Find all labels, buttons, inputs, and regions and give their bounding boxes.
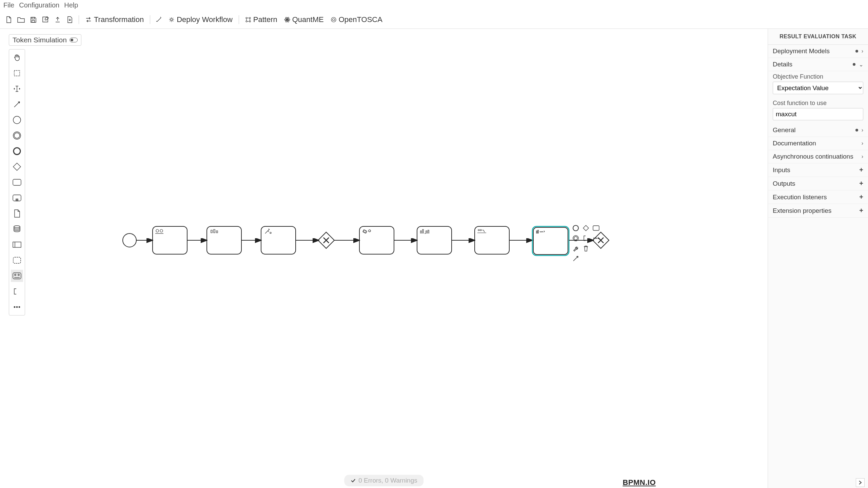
append-gateway[interactable] [582,224,590,232]
opentosca-label: OpenTOSCA [339,15,382,24]
svg-point-24 [15,274,16,276]
plus-icon[interactable]: + [859,180,863,187]
append-annotation[interactable] [582,234,590,242]
toggle-icon [70,38,78,42]
participant-tool[interactable] [11,239,23,251]
connect-arrow[interactable] [572,255,580,263]
space-tool[interactable] [11,83,23,95]
svg-point-51 [594,238,595,239]
opentosca-button[interactable]: OpenTOSCA [327,15,386,24]
pattern-button[interactable]: Pattern [242,15,281,24]
task-6[interactable] [475,226,509,254]
svg-point-3 [246,17,247,19]
task-1[interactable] [153,226,187,254]
separator [150,15,150,24]
collapse-panel-button[interactable] [856,478,865,487]
plus-icon[interactable]: + [859,207,863,215]
transformation-label: Transformation [94,15,144,24]
gateway-1[interactable] [318,232,334,248]
svg-rect-0 [32,17,35,19]
brand-link[interactable]: BPMN.IO [623,478,656,487]
plus-icon[interactable]: + [859,193,863,201]
new-file-icon[interactable] [3,14,15,26]
end-event-tool[interactable] [11,145,23,157]
save-icon[interactable] [27,14,39,26]
section-general[interactable]: General › [768,124,868,137]
start-event[interactable] [123,233,136,247]
subprocess-tool[interactable] [11,192,23,204]
section-execution-listeners[interactable]: Execution listeners + [768,190,868,204]
pattern-label: Pattern [253,15,277,24]
lasso-tool[interactable] [11,67,23,79]
chevron-right-icon: › [862,154,863,160]
workspace: Token Simulation [0,29,868,488]
svg-point-53 [598,238,599,239]
svg-point-11 [331,17,336,22]
svg-point-39 [369,230,371,232]
canvas[interactable]: Token Simulation [0,29,768,488]
hand-tool[interactable] [11,52,23,64]
quantme-task-tool[interactable] [11,270,23,282]
intermediate-event-tool[interactable] [11,129,23,142]
cost-function-input[interactable] [773,108,863,120]
start-event-tool[interactable] [11,114,23,126]
gear-icon [169,17,175,23]
svg-point-38 [363,229,367,233]
section-details[interactable]: Details ⌄ [768,58,868,71]
group-tool[interactable] [11,254,23,266]
more-tools[interactable] [11,301,23,313]
data-object-tool[interactable] [11,207,23,220]
change-type-wrench[interactable] [572,244,580,252]
task-5[interactable] [417,226,452,254]
deploy-label: Deploy Workflow [177,15,233,24]
cost-function-label: Cost function to use [768,98,868,107]
separator [79,15,79,24]
connect-tool[interactable] [11,98,23,110]
section-outputs[interactable]: Outputs + [768,177,868,190]
section-extension-properties[interactable]: Extension properties + [768,204,868,218]
delete-trash[interactable] [582,244,590,252]
save-as-icon[interactable] [39,14,52,26]
svg-point-16 [14,148,20,155]
plus-icon[interactable]: + [859,166,863,174]
task-2[interactable] [207,226,241,254]
svg-point-30 [156,229,159,232]
append-intermediate-event[interactable] [572,234,580,242]
data-store-tool[interactable] [11,223,23,235]
svg-point-20 [14,226,20,228]
task-tool[interactable] [11,176,23,188]
transformation-button[interactable]: Transformation [82,15,147,24]
menu-help[interactable]: Help [64,1,78,9]
export-file-icon[interactable] [64,14,76,26]
token-simulation-toggle[interactable]: Token Simulation [9,34,81,46]
quantme-button[interactable]: QuantME [281,15,327,24]
objective-function-select[interactable]: Expectation Value [773,82,863,94]
section-deployment-models[interactable]: Deployment Models › [768,45,868,58]
svg-rect-1 [32,20,35,22]
atom-icon [284,17,290,23]
magic-wand-icon[interactable] [153,14,165,26]
menu-file[interactable]: File [3,1,14,9]
status-pill[interactable]: 0 Errors, 0 Warnings [344,475,423,486]
section-label: Outputs [773,180,795,187]
context-more[interactable] [592,234,600,242]
append-task[interactable] [592,224,600,232]
open-folder-icon[interactable] [15,14,27,26]
svg-point-5 [246,21,247,22]
upload-icon[interactable] [52,14,64,26]
deploy-workflow-button[interactable]: Deploy Workflow [165,15,236,24]
text-annotation-tool[interactable] [11,285,23,298]
append-end-event[interactable] [572,224,580,232]
section-inputs[interactable]: Inputs + [768,163,868,177]
gateway-tool[interactable] [11,161,23,173]
dot-indicator [855,50,858,53]
svg-point-2 [171,19,173,21]
svg-rect-21 [13,242,21,247]
chevron-right-icon: › [862,48,863,54]
section-async[interactable]: Asynchronous continuations › [768,150,868,163]
svg-rect-17 [13,179,21,185]
svg-point-25 [18,274,19,276]
task-3[interactable] [261,226,296,254]
section-documentation[interactable]: Documentation › [768,137,868,150]
menu-configuration[interactable]: Configuration [19,1,59,9]
